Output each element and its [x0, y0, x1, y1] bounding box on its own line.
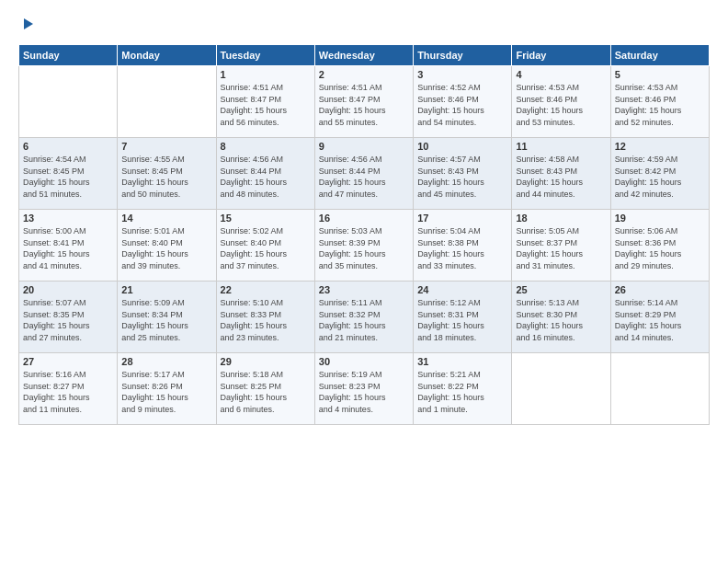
weekday-header-tuesday: Tuesday	[216, 45, 314, 66]
day-info: Sunrise: 4:56 AM Sunset: 8:44 PM Dayligh…	[221, 155, 288, 199]
day-cell: 24Sunrise: 5:12 AM Sunset: 8:31 PM Dayli…	[414, 282, 512, 353]
day-cell: 10Sunrise: 4:57 AM Sunset: 8:43 PM Dayli…	[414, 138, 512, 210]
day-info: Sunrise: 5:10 AM Sunset: 8:33 PM Dayligh…	[221, 298, 288, 342]
day-cell: 18Sunrise: 5:05 AM Sunset: 8:37 PM Dayli…	[512, 210, 610, 282]
day-info: Sunrise: 4:54 AM Sunset: 8:45 PM Dayligh…	[23, 155, 90, 199]
weekday-header-sunday: Sunday	[19, 45, 118, 66]
day-cell: 8Sunrise: 4:56 AM Sunset: 8:44 PM Daylig…	[216, 138, 314, 210]
day-number: 27	[23, 356, 113, 367]
day-cell: 4Sunrise: 4:53 AM Sunset: 8:46 PM Daylig…	[512, 66, 610, 138]
day-cell: 17Sunrise: 5:04 AM Sunset: 8:38 PM Dayli…	[414, 210, 512, 282]
day-number: 19	[615, 213, 705, 224]
day-info: Sunrise: 5:14 AM Sunset: 8:29 PM Dayligh…	[615, 298, 682, 342]
day-number: 28	[121, 356, 211, 367]
weekday-header-monday: Monday	[118, 45, 216, 66]
day-cell: 23Sunrise: 5:11 AM Sunset: 8:32 PM Dayli…	[314, 282, 413, 353]
day-cell: 22Sunrise: 5:10 AM Sunset: 8:33 PM Dayli…	[216, 282, 314, 353]
header	[18, 17, 710, 37]
day-info: Sunrise: 5:06 AM Sunset: 8:36 PM Dayligh…	[615, 226, 682, 270]
day-number: 15	[221, 213, 311, 224]
day-cell: 15Sunrise: 5:02 AM Sunset: 8:40 PM Dayli…	[216, 210, 314, 282]
day-number: 11	[516, 141, 606, 152]
day-cell: 20Sunrise: 5:07 AM Sunset: 8:35 PM Dayli…	[19, 282, 118, 353]
day-number: 6	[23, 141, 113, 152]
week-row-1: 1Sunrise: 4:51 AM Sunset: 8:47 PM Daylig…	[19, 66, 710, 138]
day-info: Sunrise: 5:01 AM Sunset: 8:40 PM Dayligh…	[121, 226, 188, 270]
day-info: Sunrise: 5:18 AM Sunset: 8:25 PM Dayligh…	[221, 370, 288, 414]
day-number: 20	[23, 284, 113, 295]
day-number: 24	[417, 284, 507, 295]
calendar: SundayMondayTuesdayWednesdayThursdayFrid…	[18, 44, 710, 425]
day-info: Sunrise: 4:53 AM Sunset: 8:46 PM Dayligh…	[615, 83, 682, 127]
day-cell: 21Sunrise: 5:09 AM Sunset: 8:34 PM Dayli…	[118, 282, 216, 353]
day-info: Sunrise: 5:11 AM Sunset: 8:32 PM Dayligh…	[319, 298, 386, 342]
day-info: Sunrise: 5:04 AM Sunset: 8:38 PM Dayligh…	[417, 226, 484, 270]
day-number: 18	[516, 213, 606, 224]
day-number: 4	[516, 69, 606, 80]
day-info: Sunrise: 5:21 AM Sunset: 8:22 PM Dayligh…	[417, 370, 484, 414]
day-info: Sunrise: 5:03 AM Sunset: 8:39 PM Dayligh…	[319, 226, 386, 270]
day-number: 29	[221, 356, 311, 367]
day-info: Sunrise: 4:57 AM Sunset: 8:43 PM Dayligh…	[417, 155, 484, 199]
day-cell	[512, 353, 610, 425]
day-number: 30	[319, 356, 409, 367]
day-number: 13	[23, 213, 113, 224]
day-info: Sunrise: 5:13 AM Sunset: 8:30 PM Dayligh…	[516, 298, 583, 342]
weekday-header-wednesday: Wednesday	[314, 45, 413, 66]
weekday-header-friday: Friday	[512, 45, 610, 66]
weekday-header-row: SundayMondayTuesdayWednesdayThursdayFrid…	[19, 45, 710, 66]
logo	[18, 17, 35, 37]
day-cell: 27Sunrise: 5:16 AM Sunset: 8:27 PM Dayli…	[19, 353, 118, 425]
week-row-3: 13Sunrise: 5:00 AM Sunset: 8:41 PM Dayli…	[19, 210, 710, 282]
day-cell: 14Sunrise: 5:01 AM Sunset: 8:40 PM Dayli…	[118, 210, 216, 282]
day-info: Sunrise: 4:53 AM Sunset: 8:46 PM Dayligh…	[516, 83, 583, 127]
day-number: 7	[121, 141, 211, 152]
logo-icon	[20, 17, 35, 31]
day-cell: 2Sunrise: 4:51 AM Sunset: 8:47 PM Daylig…	[314, 66, 413, 138]
day-cell	[19, 66, 118, 138]
day-number: 8	[221, 141, 311, 152]
day-cell: 5Sunrise: 4:53 AM Sunset: 8:46 PM Daylig…	[610, 66, 709, 138]
day-cell: 19Sunrise: 5:06 AM Sunset: 8:36 PM Dayli…	[610, 210, 709, 282]
day-info: Sunrise: 5:16 AM Sunset: 8:27 PM Dayligh…	[23, 370, 90, 414]
day-cell: 7Sunrise: 4:55 AM Sunset: 8:45 PM Daylig…	[118, 138, 216, 210]
svg-marker-0	[24, 18, 33, 29]
day-info: Sunrise: 5:17 AM Sunset: 8:26 PM Dayligh…	[121, 370, 188, 414]
day-info: Sunrise: 4:58 AM Sunset: 8:43 PM Dayligh…	[516, 155, 583, 199]
day-number: 23	[319, 284, 409, 295]
day-cell: 25Sunrise: 5:13 AM Sunset: 8:30 PM Dayli…	[512, 282, 610, 353]
day-cell: 16Sunrise: 5:03 AM Sunset: 8:39 PM Dayli…	[314, 210, 413, 282]
day-info: Sunrise: 5:09 AM Sunset: 8:34 PM Dayligh…	[121, 298, 188, 342]
day-info: Sunrise: 5:05 AM Sunset: 8:37 PM Dayligh…	[516, 226, 583, 270]
day-info: Sunrise: 5:02 AM Sunset: 8:40 PM Dayligh…	[221, 226, 288, 270]
day-number: 17	[417, 213, 507, 224]
day-number: 22	[221, 284, 311, 295]
day-number: 10	[417, 141, 507, 152]
day-cell: 12Sunrise: 4:59 AM Sunset: 8:42 PM Dayli…	[610, 138, 709, 210]
day-number: 2	[319, 69, 409, 80]
day-cell: 31Sunrise: 5:21 AM Sunset: 8:22 PM Dayli…	[414, 353, 512, 425]
day-cell: 6Sunrise: 4:54 AM Sunset: 8:45 PM Daylig…	[19, 138, 118, 210]
day-info: Sunrise: 4:51 AM Sunset: 8:47 PM Dayligh…	[319, 83, 386, 127]
day-number: 1	[221, 69, 311, 80]
day-info: Sunrise: 5:12 AM Sunset: 8:31 PM Dayligh…	[417, 298, 484, 342]
day-number: 5	[615, 69, 705, 80]
day-cell: 11Sunrise: 4:58 AM Sunset: 8:43 PM Dayli…	[512, 138, 610, 210]
page: SundayMondayTuesdayWednesdayThursdayFrid…	[0, 0, 728, 563]
day-cell	[118, 66, 216, 138]
day-info: Sunrise: 4:56 AM Sunset: 8:44 PM Dayligh…	[319, 155, 386, 199]
day-cell: 26Sunrise: 5:14 AM Sunset: 8:29 PM Dayli…	[610, 282, 709, 353]
day-cell: 9Sunrise: 4:56 AM Sunset: 8:44 PM Daylig…	[314, 138, 413, 210]
day-number: 3	[417, 69, 507, 80]
day-number: 31	[417, 356, 507, 367]
day-number: 14	[121, 213, 211, 224]
day-cell: 29Sunrise: 5:18 AM Sunset: 8:25 PM Dayli…	[216, 353, 314, 425]
day-number: 9	[319, 141, 409, 152]
day-cell: 28Sunrise: 5:17 AM Sunset: 8:26 PM Dayli…	[118, 353, 216, 425]
weekday-header-saturday: Saturday	[610, 45, 709, 66]
day-info: Sunrise: 5:07 AM Sunset: 8:35 PM Dayligh…	[23, 298, 90, 342]
week-row-5: 27Sunrise: 5:16 AM Sunset: 8:27 PM Dayli…	[19, 353, 710, 425]
day-info: Sunrise: 4:52 AM Sunset: 8:46 PM Dayligh…	[417, 83, 484, 127]
day-number: 12	[615, 141, 705, 152]
day-cell: 30Sunrise: 5:19 AM Sunset: 8:23 PM Dayli…	[314, 353, 413, 425]
